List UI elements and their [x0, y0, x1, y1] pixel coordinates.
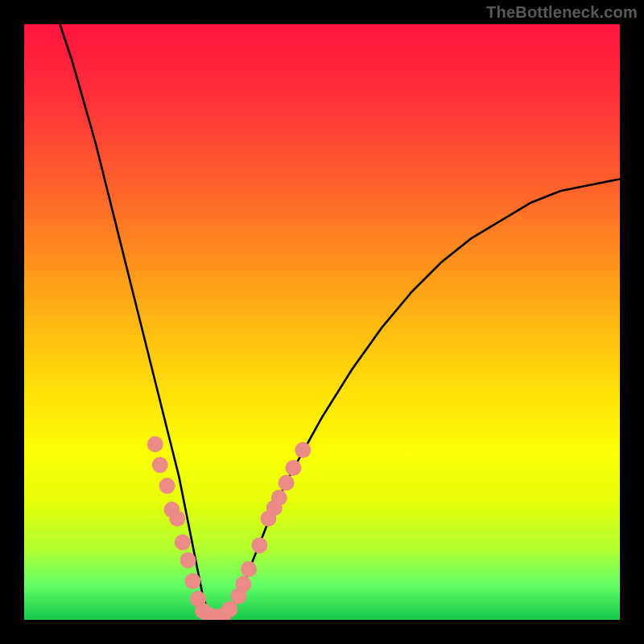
attribution-text: TheBottleneck.com — [486, 3, 638, 22]
data-point — [271, 489, 287, 506]
data-point — [152, 457, 168, 473]
data-point — [235, 576, 251, 592]
data-point — [175, 535, 191, 551]
data-point — [159, 478, 175, 494]
data-point — [251, 538, 267, 554]
data-point — [180, 552, 196, 568]
data-point — [169, 510, 185, 526]
data-point — [221, 601, 237, 617]
data-point — [184, 573, 200, 589]
curve-path — [60, 24, 620, 620]
data-point — [285, 460, 301, 476]
chart-frame: TheBottleneck.com — [0, 0, 644, 644]
data-point — [147, 436, 163, 452]
marker-group — [147, 436, 312, 620]
data-point — [279, 475, 295, 491]
data-point — [241, 561, 257, 577]
data-point — [295, 442, 311, 458]
chart-overlay — [24, 24, 620, 620]
